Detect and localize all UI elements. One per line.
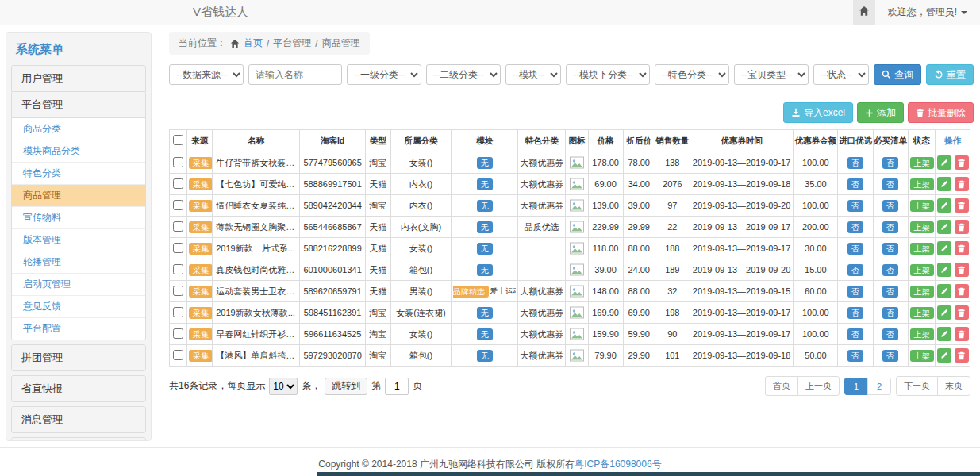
breadcrumb-home-link[interactable]: 首页: [244, 36, 263, 50]
pager-button-2[interactable]: 2: [867, 378, 891, 395]
sidebar-subitem-商品管理[interactable]: 商品管理: [12, 185, 145, 207]
delete-button[interactable]: [955, 155, 969, 170]
must-buy-toggle[interactable]: 否: [882, 264, 898, 276]
status-badge[interactable]: 上架: [910, 307, 934, 319]
edit-button[interactable]: [937, 263, 951, 277]
row-checkbox[interactable]: [173, 307, 183, 317]
page-number-input[interactable]: [385, 378, 409, 395]
status-badge[interactable]: 上架: [910, 328, 934, 340]
must-buy-toggle[interactable]: 否: [882, 178, 898, 190]
must-buy-toggle[interactable]: 否: [882, 328, 898, 340]
pager-button-首页[interactable]: 首页: [765, 376, 798, 396]
jump-button[interactable]: 跳转到: [325, 378, 367, 395]
sidebar-item-省直快报[interactable]: 省直快报: [12, 376, 145, 401]
batch-delete-button[interactable]: 批量删除: [908, 102, 974, 123]
import-select-toggle[interactable]: 否: [847, 221, 863, 233]
filter-select-6[interactable]: --状态--: [813, 64, 869, 85]
sidebar-subitem-特色分类[interactable]: 特色分类: [12, 163, 145, 185]
must-buy-toggle[interactable]: 否: [882, 200, 898, 212]
must-buy-toggle[interactable]: 否: [882, 307, 898, 319]
status-badge[interactable]: 上架: [910, 178, 934, 190]
sidebar-subitem-模块商品分类[interactable]: 模块商品分类: [12, 140, 145, 163]
edit-button[interactable]: [937, 198, 951, 213]
must-buy-toggle[interactable]: 否: [882, 286, 898, 298]
filter-select-4[interactable]: --特色分类--: [655, 64, 729, 85]
import-select-toggle[interactable]: 否: [847, 178, 863, 190]
per-page-select[interactable]: 10: [269, 378, 298, 395]
delete-button[interactable]: [955, 198, 969, 213]
row-checkbox[interactable]: [173, 157, 183, 167]
status-badge[interactable]: 上架: [910, 243, 934, 255]
must-buy-toggle[interactable]: 否: [882, 157, 898, 169]
sidebar-item-拼团管理[interactable]: 拼团管理: [12, 345, 145, 370]
row-checkbox[interactable]: [173, 200, 183, 210]
delete-button[interactable]: [955, 348, 969, 363]
pager-button-末页[interactable]: 末页: [937, 376, 970, 396]
row-checkbox[interactable]: [173, 221, 183, 232]
filter-select-2[interactable]: --模块--: [505, 64, 561, 85]
import-select-toggle[interactable]: 否: [847, 350, 863, 362]
row-checkbox[interactable]: [173, 350, 183, 360]
user-menu[interactable]: 欢迎您，管理员!: [875, 0, 980, 25]
reset-button[interactable]: 重置: [926, 64, 974, 85]
sidebar-subitem-平台配置[interactable]: 平台配置: [12, 318, 145, 340]
delete-button[interactable]: [955, 263, 969, 277]
delete-button[interactable]: [955, 220, 969, 234]
import-select-toggle[interactable]: 否: [847, 157, 863, 169]
sidebar-subitem-轮播管理[interactable]: 轮播管理: [12, 251, 145, 274]
pager-button-下一页[interactable]: 下一页: [896, 376, 938, 396]
delete-button[interactable]: [955, 177, 969, 191]
row-checkbox[interactable]: [173, 328, 183, 339]
must-buy-toggle[interactable]: 否: [882, 350, 898, 362]
edit-button[interactable]: [937, 241, 951, 255]
delete-button[interactable]: [955, 327, 969, 341]
import-select-toggle[interactable]: 否: [847, 243, 863, 255]
edit-button[interactable]: [937, 348, 951, 363]
delete-button[interactable]: [955, 241, 969, 255]
status-badge[interactable]: 上架: [910, 286, 934, 298]
edit-button[interactable]: [937, 155, 951, 170]
status-badge[interactable]: 上架: [910, 350, 934, 362]
sidebar-item-用户管理[interactable]: 用户管理: [12, 66, 145, 91]
sidebar-subitem-启动页管理[interactable]: 启动页管理: [12, 274, 145, 296]
status-badge[interactable]: 上架: [910, 157, 934, 169]
row-checkbox[interactable]: [173, 286, 183, 296]
edit-button[interactable]: [937, 305, 951, 320]
add-button[interactable]: 添加: [857, 102, 904, 123]
import-select-toggle[interactable]: 否: [847, 328, 863, 340]
import-select-toggle[interactable]: 否: [847, 264, 863, 276]
data-source-select[interactable]: --数据来源--: [169, 64, 244, 85]
import-select-toggle[interactable]: 否: [847, 200, 863, 212]
status-badge[interactable]: 上架: [910, 200, 934, 212]
edit-button[interactable]: [937, 220, 951, 234]
sidebar-item-消息管理[interactable]: 消息管理: [12, 407, 145, 432]
import-select-toggle[interactable]: 否: [847, 307, 863, 319]
import-excel-button[interactable]: 导入excel: [783, 102, 853, 123]
delete-button[interactable]: [955, 305, 969, 320]
sidebar-subitem-商品分类[interactable]: 商品分类: [12, 118, 145, 140]
icp-link[interactable]: 粤ICP备16098006号: [575, 459, 661, 470]
filter-select-0[interactable]: --一级分类--: [347, 64, 421, 85]
import-select-toggle[interactable]: 否: [847, 286, 863, 298]
select-all-checkbox[interactable]: [173, 135, 183, 145]
filter-select-1[interactable]: --二级分类--: [426, 64, 501, 85]
sidebar-item-订单管理[interactable]: 订单管理: [12, 438, 145, 441]
edit-button[interactable]: [937, 284, 951, 298]
home-button[interactable]: [853, 0, 875, 25]
edit-button[interactable]: [937, 177, 951, 191]
filter-select-5[interactable]: --宝贝类型--: [734, 64, 809, 85]
must-buy-toggle[interactable]: 否: [882, 243, 898, 255]
status-badge[interactable]: 上架: [910, 221, 934, 233]
must-buy-toggle[interactable]: 否: [882, 221, 898, 233]
row-checkbox[interactable]: [173, 243, 183, 253]
name-search-input[interactable]: [248, 64, 342, 85]
delete-button[interactable]: [955, 284, 969, 298]
sidebar-subitem-宣传物料[interactable]: 宣传物料: [12, 207, 145, 229]
sidebar-item-平台管理[interactable]: 平台管理: [12, 92, 145, 118]
filter-select-3[interactable]: --模块下分类--: [566, 64, 650, 85]
row-checkbox[interactable]: [173, 264, 183, 274]
search-button[interactable]: 查询: [874, 64, 921, 85]
pager-button-上一页[interactable]: 上一页: [797, 376, 840, 396]
edit-button[interactable]: [937, 327, 951, 341]
row-checkbox[interactable]: [173, 178, 183, 189]
